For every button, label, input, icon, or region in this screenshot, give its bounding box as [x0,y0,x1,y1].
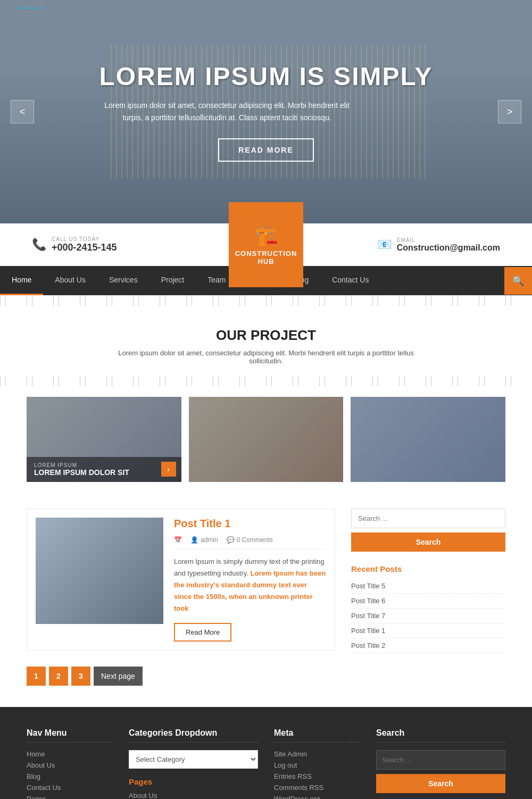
ruler-decoration [0,295,532,306]
hero-content: LOREM IPSUM IS SIMPLY Lorem ipsum dolor … [89,51,444,172]
logo-icon: 🏗️ [254,224,278,246]
email-value: Construction@gmail.com [397,243,500,253]
blog-main: Post Title 1 📅 👤 admin 💬 0 Comments Lore… [27,509,335,691]
sidebar-search-widget: Search [351,509,505,552]
hero-section: 🐦 🐦🐦 🐦 LOREM IPSUM IS SIMPLY Lorem ipsum… [0,0,532,223]
birds-decoration: 🐦 🐦🐦 🐦 [16,5,45,11]
comment-icon: 💬 [227,536,235,544]
hero-next-button[interactable]: > [498,100,521,123]
footer-meta-title: Meta [274,728,360,743]
project-overlay-1: LOREM IPSUM LOREM IPSUM DOLOR SIT [27,457,181,482]
recent-post-5[interactable]: Post Title 2 [351,638,505,653]
footer-search-widget: Search Search Meat! Hamburger fatback an… [376,728,505,799]
post-comments: 💬 0 Comments [227,536,273,544]
email-icon: 📧 [377,238,392,252]
footer-link-blog[interactable]: Blog [27,772,113,780]
sidebar-search-input[interactable] [351,509,505,528]
page-1-button[interactable]: 1 [27,667,46,686]
nav-item-project[interactable]: Project [149,266,196,295]
email-contact: 📧 EMAIL Construction@gmail.com [377,237,500,253]
recent-posts-title: Recent Posts [351,564,505,573]
footer-meta-logout[interactable]: Log out [274,761,360,769]
footer-meta-siteadmin[interactable]: Site Admin [274,750,360,758]
footer-search-input[interactable] [376,750,505,770]
blog-section: Post Title 1 📅 👤 admin 💬 0 Comments Lore… [0,493,532,707]
footer: Nav Menu Home About Us Blog Contact Us P… [0,707,532,799]
footer-meta: Meta Site Admin Log out Entries RSS Comm… [274,728,360,799]
email-label: EMAIL [397,237,500,243]
recent-posts-list: Post Title 5 Post Title 6 Post Title 7 P… [351,579,505,653]
project-card-3[interactable] [351,397,505,482]
author-icon: 👤 [190,536,198,544]
nav-item-contact[interactable]: Contact Us [320,266,380,295]
next-page-button[interactable]: Next page [94,667,143,686]
project-card-2[interactable] [189,397,344,482]
footer-search-button[interactable]: Search [376,774,505,793]
footer-page-about[interactable]: About Us [129,792,258,799]
ruler-decoration-2 [0,376,532,386]
footer-nav-menu: Nav Menu Home About Us Blog Contact Us P… [27,728,113,799]
logo-name: CONSTRUCTIONHUB [235,249,297,265]
footer-meta-entries-rss[interactable]: Entries RSS [274,772,360,780]
nav-item-home[interactable]: Home [0,266,43,295]
project-arrow-1[interactable]: › [161,462,176,477]
footer-categories-pages: Categories Dropdown Select Category Page… [129,728,258,799]
footer-link-pages[interactable]: Pages [27,795,113,799]
footer-grid: Nav Menu Home About Us Blog Contact Us P… [27,728,505,799]
project-section-subtitle: Lorem ipsum dolor sit amet, consectetur … [106,349,426,365]
footer-meta-comments-rss[interactable]: Comments RSS [274,784,360,792]
recent-post-4[interactable]: Post Title 1 [351,623,505,638]
project-card-1[interactable]: LOREM IPSUM LOREM IPSUM DOLOR SIT › [27,397,181,482]
logo-bar: 📞 CALL US TODAY +000-2415-145 🏗️ CONSTRU… [0,223,532,266]
footer-link-about[interactable]: About Us [27,761,113,769]
site-logo[interactable]: 🏗️ CONSTRUCTIONHUB [229,202,303,287]
footer-link-home[interactable]: Home [27,750,113,758]
post-date-icon: 📅 [174,536,182,544]
footer-nav-title: Nav Menu [27,728,113,743]
recent-posts-widget: Recent Posts Post Title 5 Post Title 6 P… [351,564,505,653]
page-2-button[interactable]: 2 [49,667,68,686]
recent-post-2[interactable]: Post Title 6 [351,594,505,609]
nav-item-services[interactable]: Services [97,266,149,295]
post-image-1 [36,518,163,624]
read-more-button-1[interactable]: Read More [174,623,231,642]
page-3-button[interactable]: 3 [71,667,90,686]
footer-category-dropdown: Select Category [129,750,258,777]
post-author: 👤 admin [190,536,218,544]
project-label-main-1: LOREM IPSUM DOLOR SIT [34,468,174,477]
recent-post-1[interactable]: Post Title 5 [351,579,505,594]
hero-subtitle: Lorem ipsum dolor sit amet, consectetur … [99,99,355,123]
nav-item-about[interactable]: About Us [43,266,97,295]
nav-search-button[interactable]: 🔍 [504,267,532,295]
blog-sidebar: Search Recent Posts Post Title 5 Post Ti… [351,509,505,691]
footer-link-contact[interactable]: Contact Us [27,784,113,792]
footer-meta-wordpress[interactable]: WordPress.org [274,795,360,799]
project-section-title: OUR PROJECT [11,327,521,344]
hero-title: LOREM IPSUM IS SIMPLY [99,62,433,91]
post-title-1: Post Title 1 [174,518,326,530]
hero-cta-button[interactable]: READ MORE [218,138,314,162]
project-label-top-1: LOREM IPSUM [34,462,174,468]
footer-search: Search [376,750,505,793]
hero-prev-button[interactable]: < [11,100,34,123]
post-excerpt-1: Lorem Ipsum is simply dummy text of the … [174,556,326,614]
footer-categories-title: Categories Dropdown [129,728,258,743]
phone-number: +000-2415-145 [52,242,117,253]
call-label: CALL US TODAY [52,236,117,242]
our-project-section: OUR PROJECT Lorem ipsum dolor sit amet, … [0,306,532,376]
recent-post-3[interactable]: Post Title 7 [351,609,505,623]
footer-search-title: Search [376,728,505,743]
post-content-1: Post Title 1 📅 👤 admin 💬 0 Comments Lore… [174,518,326,642]
phone-contact: 📞 CALL US TODAY +000-2415-145 [32,236,117,253]
phone-icon: 📞 [32,238,46,252]
project-grid: LOREM IPSUM LOREM IPSUM DOLOR SIT › [0,386,532,493]
category-select[interactable]: Select Category [129,750,258,769]
footer-pages-title: Pages [129,777,258,786]
sidebar-search-button[interactable]: Search [351,532,505,552]
post-card-1: Post Title 1 📅 👤 admin 💬 0 Comments Lore… [27,509,335,651]
pagination: 1 2 3 Next page [27,661,335,691]
post-meta-1: 📅 👤 admin 💬 0 Comments [174,536,326,550]
